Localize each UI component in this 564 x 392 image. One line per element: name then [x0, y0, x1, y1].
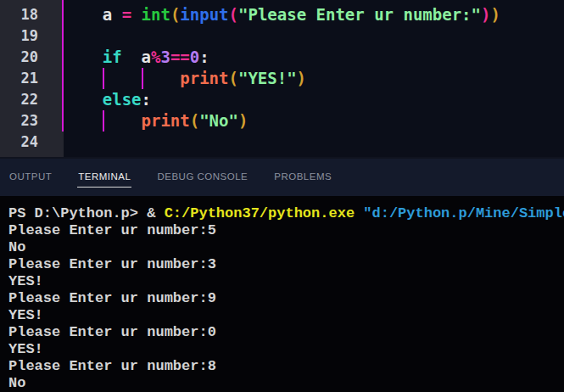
- code-token: print: [142, 111, 190, 130]
- indent-guide: [103, 68, 104, 89]
- code-editor[interactable]: 18 a = int(input("Please Enter ur number…: [0, 0, 564, 157]
- code-token: [64, 90, 103, 109]
- code-token: ==: [170, 48, 190, 66]
- code-token: a: [103, 5, 112, 24]
- line-number: 24: [0, 132, 38, 153]
- tab-debug-console[interactable]: DEBUG CONSOLE: [156, 159, 248, 188]
- code-text: [64, 25, 564, 47]
- code-token: input: [180, 5, 228, 24]
- terminal-line: YES!: [8, 341, 564, 358]
- code-token: ): [481, 5, 490, 24]
- code-token: [112, 5, 121, 24]
- code-token: ): [490, 5, 500, 24]
- line-number: 22: [0, 89, 38, 110]
- tab-problems[interactable]: PROBLEMS: [273, 159, 332, 188]
- code-token: (: [229, 5, 238, 24]
- terminal-line: Please Enter ur number:0: [8, 324, 564, 341]
- terminal-text: PS D:\Python.p> &: [8, 205, 165, 221]
- line-number: 20: [0, 47, 38, 68]
- code-text: else:: [64, 89, 564, 110]
- terminal-text: YES!: [8, 307, 43, 323]
- code-token: 3: [160, 48, 170, 66]
- code-line: 22 else:: [0, 89, 564, 110]
- code-token: [64, 48, 103, 66]
- code-token: %: [151, 48, 160, 66]
- terminal-line: YES!: [8, 307, 564, 324]
- terminal-line: Please Enter ur number:8: [8, 358, 564, 375]
- code-token: if: [103, 48, 122, 66]
- code-token: :: [199, 48, 209, 66]
- terminal-text: No: [8, 375, 25, 391]
- code-token: =: [122, 5, 131, 24]
- code-token: [64, 69, 180, 87]
- terminal-line: No: [8, 375, 564, 392]
- terminal-line: Please Enter ur number:5: [8, 222, 564, 239]
- terminal-line: PS D:\Python.p> & C:/Python37/python.exe…: [8, 205, 564, 222]
- code-text: if a%3==0:: [64, 47, 564, 68]
- terminal-text: Please Enter ur number:3: [8, 256, 216, 272]
- tab-terminal[interactable]: TERMINAL: [77, 159, 131, 188]
- terminal-output[interactable]: PS D:\Python.p> & C:/Python37/python.exe…: [0, 196, 564, 392]
- code-line: 19: [0, 25, 564, 47]
- terminal-text: "d:/Python.p/Mine/Simple: [363, 205, 564, 221]
- indent-guide: [103, 110, 104, 132]
- code-line: 18 a = int(input("Please Enter ur number…: [0, 4, 564, 25]
- code-line: 24: [0, 132, 564, 153]
- code-token: [64, 5, 103, 24]
- code-token: :: [142, 90, 151, 109]
- terminal-text: YES!: [8, 341, 43, 357]
- code-lines: 18 a = int(input("Please Enter ur number…: [0, 0, 564, 153]
- terminal-text: Please Enter ur number:5: [8, 222, 216, 238]
- code-token: int: [142, 5, 170, 24]
- terminal-line: Please Enter ur number:3: [8, 256, 564, 273]
- code-token: "No": [199, 111, 238, 130]
- code-line: 23 print("No"): [0, 110, 564, 132]
- code-line: 21 print("YES!"): [0, 68, 564, 89]
- terminal-line: No: [8, 239, 564, 256]
- code-token: "YES!": [238, 69, 297, 87]
- line-number: 23: [0, 110, 38, 132]
- terminal-line: Please Enter ur number:9: [8, 290, 564, 307]
- code-token: (: [170, 5, 180, 24]
- panel-tab-bar: OUTPUTTERMINALDEBUG CONSOLEPROBLEMS: [0, 157, 564, 196]
- code-text: print("No"): [64, 110, 564, 132]
- code-token: (: [228, 69, 237, 87]
- code-token: [131, 5, 141, 24]
- code-line: 20 if a%3==0:: [0, 47, 564, 68]
- code-token: [122, 48, 142, 66]
- line-number: 19: [0, 25, 38, 47]
- terminal-text: No: [8, 239, 25, 255]
- terminal-text: Please Enter ur number:8: [8, 358, 216, 374]
- code-token: ): [238, 111, 248, 130]
- terminal-line: YES!: [8, 273, 564, 290]
- code-token: ): [297, 69, 306, 87]
- terminal-text: C:/Python37/python.exe: [165, 205, 364, 221]
- code-token: 0: [190, 48, 199, 66]
- terminal-text: YES!: [8, 273, 43, 289]
- line-number: 18: [0, 4, 38, 25]
- code-text: print("YES!"): [64, 68, 564, 89]
- code-token: (: [190, 111, 199, 130]
- code-text: a = int(input("Please Enter ur number:")…: [64, 4, 564, 25]
- code-text: [64, 132, 564, 153]
- code-token: print: [180, 69, 228, 87]
- tab-output[interactable]: OUTPUT: [8, 159, 53, 188]
- terminal-text: Please Enter ur number:9: [8, 290, 216, 306]
- code-token: "Please Enter ur number:": [238, 5, 481, 24]
- line-number: 21: [0, 68, 38, 89]
- terminal-text: Please Enter ur number:0: [8, 324, 216, 340]
- code-token: else: [103, 90, 142, 109]
- indent-guide: [142, 68, 143, 89]
- code-token: a: [142, 48, 151, 66]
